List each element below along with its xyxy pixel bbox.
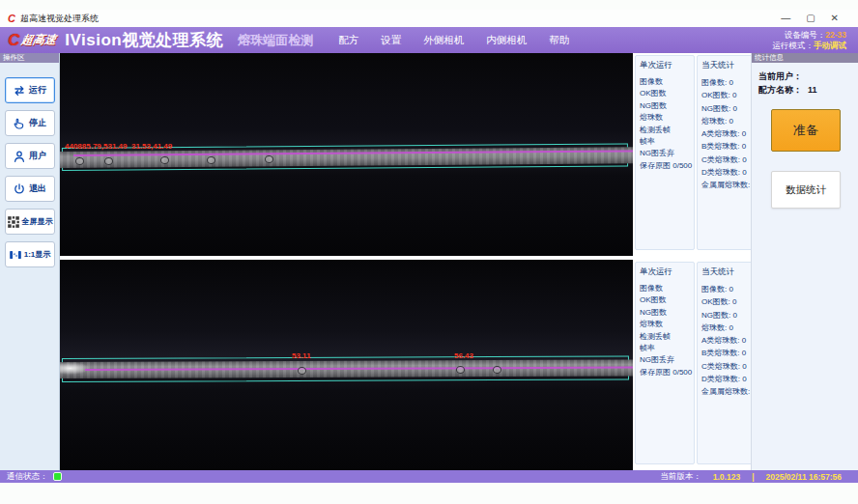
close-button[interactable]: ✕ [831, 10, 839, 27]
datetime-value: 2025/02/11 16:57:56 [766, 472, 842, 482]
stat-row: 图像数: 0 [701, 76, 757, 89]
stat-row: OK图数 [640, 294, 691, 306]
app-header: C 超高速 IVision视觉处理系统 熔珠端面检测 配方 设置 外侧相机 内侧… [0, 27, 858, 53]
stat-row: NG图丢弃 [640, 148, 691, 159]
statistics-column: 单次运行 图像数 OK图数 NG图数 熔珠数 检测丢帧 帧率 NG图丢弃 保存原… [633, 53, 751, 470]
run-button[interactable]: 运行 [5, 77, 55, 103]
window-title: 超高速视觉处理系统 [20, 13, 99, 25]
comm-status-indicator [53, 472, 62, 481]
today-stats-title: 当天统计 [701, 60, 757, 71]
stat-row: 图像数 [640, 76, 691, 88]
camera-viewport: 440885.79,531.49 31.53,41.49 53.11 56.43 [60, 53, 633, 470]
operation-sidebar: 操作区 运行 停止 用户 [0, 53, 60, 470]
version-value: 1.0.123 [713, 472, 740, 482]
stat-row: 检测丢帧 [640, 331, 691, 343]
menu-outer-camera[interactable]: 外侧相机 [423, 34, 464, 47]
single-run-title: 单次运行 [640, 266, 691, 278]
current-user-label: 当前用户： [758, 71, 802, 81]
brand-name: 超高速 [20, 32, 58, 48]
recipe-name-value: 11 [808, 85, 817, 95]
run-loop-icon [13, 84, 26, 98]
stop-button-label: 停止 [29, 117, 46, 129]
stat-row: OK图数: 0 [701, 89, 757, 101]
stat-row: 图像数: 0 [701, 283, 757, 295]
bead-marker [104, 157, 113, 165]
single-run-title: 单次运行 [640, 60, 691, 71]
bead-marker [456, 366, 465, 374]
run-mode-value: 手动调试 [814, 41, 846, 50]
one-to-one-button-label: 1:1显示 [24, 249, 51, 260]
exit-power-icon [13, 182, 26, 196]
camera-view-top: 440885.79,531.49 31.53,41.49 [60, 53, 633, 256]
maximize-button[interactable]: ▢ [806, 10, 815, 27]
one-to-one-icon [9, 248, 22, 262]
stop-button[interactable]: 停止 [5, 110, 55, 136]
prepare-button[interactable]: 准备 [771, 109, 841, 152]
user-button[interactable]: 用户 [5, 143, 55, 169]
stat-row: NG图数 [640, 100, 691, 112]
measurement-annotation: 53.11 [292, 351, 311, 360]
measurement-annotation: 440885.79,531.49 31.53,41.49 [65, 142, 172, 151]
run-mode-label: 运行模式： [773, 41, 815, 50]
one-to-one-button[interactable]: 1:1显示 [5, 241, 55, 267]
bead-marker [75, 157, 84, 165]
exit-button-label: 退出 [29, 182, 46, 195]
menu-help[interactable]: 帮助 [549, 34, 569, 47]
app-logo-icon: C [8, 14, 15, 24]
exit-button[interactable]: 退出 [5, 176, 55, 202]
stats-section-top: 单次运行 图像数 OK图数 NG图数 熔珠数 检测丢帧 帧率 NG图丢弃 保存原… [633, 53, 751, 256]
minimize-button[interactable]: — [781, 10, 790, 27]
main-menu: 配方 设置 外侧相机 内侧相机 帮助 [338, 34, 569, 47]
device-info: 设备编号：22-33 运行模式：手动调试 [773, 30, 847, 51]
stat-row: 金属屑熔珠数: 0 [701, 179, 757, 191]
today-stats-title: 当天统计 [701, 266, 757, 278]
stat-row: 图像数 [640, 283, 691, 294]
stat-row: 熔珠数: 0 [701, 115, 757, 127]
stat-row: B类熔珠数: 0 [701, 140, 757, 153]
stop-hand-icon [13, 117, 26, 130]
user-button-label: 用户 [29, 150, 46, 162]
camera-view-bottom: 53.11 56.43 [60, 260, 633, 470]
bead-marker [265, 155, 273, 163]
fullscreen-qr-icon [7, 215, 20, 229]
menu-recipe[interactable]: 配方 [338, 34, 358, 47]
stat-row: A类熔珠数: 0 [701, 334, 757, 347]
stat-row: NG图丢弃 [640, 354, 691, 366]
single-run-groupbox: 单次运行 图像数 OK图数 NG图数 熔珠数 检测丢帧 帧率 NG图丢弃 保存原… [635, 55, 695, 250]
data-statistics-button[interactable]: 数据统计 [771, 171, 841, 209]
comm-status-label: 通信状态： [7, 471, 48, 483]
current-user-row: 当前用户： [758, 70, 858, 83]
menu-inner-camera[interactable]: 内侧相机 [486, 34, 527, 47]
fullscreen-button[interactable]: 全屏显示 [5, 209, 55, 235]
measurement-annotation: 56.43 [454, 351, 473, 360]
stat-row: 保存原图 0/500 [640, 160, 691, 172]
info-panel: 统计信息 当前用户： 配方名称：11 准备 数据统计 [751, 53, 858, 470]
stats-section-bottom: 单次运行 图像数 OK图数 NG图数 熔珠数 检测丢帧 帧率 NG图丢弃 保存原… [633, 260, 751, 470]
single-run-groupbox: 单次运行 图像数 OK图数 NG图数 熔珠数 检测丢帧 帧率 NG图丢弃 保存原… [635, 262, 695, 464]
stat-row: 帧率 [640, 343, 691, 354]
stat-row: 帧率 [640, 136, 691, 148]
fullscreen-button-label: 全屏显示 [22, 216, 53, 227]
stat-row: 熔珠数: 0 [701, 322, 757, 334]
bead-marker [160, 156, 169, 164]
stat-row: NG图数: 0 [701, 309, 757, 322]
sidebar-title: 操作区 [0, 53, 59, 63]
bead-marker [298, 367, 306, 375]
user-icon [13, 150, 26, 163]
stat-row: D类熔珠数: 0 [701, 373, 757, 385]
device-number-value: 22-33 [825, 30, 846, 40]
recipe-name-row: 配方名称：11 [758, 83, 858, 97]
app-window: C 超高速视觉处理系统 — ▢ ✕ C 超高速 IVision视觉处理系统 熔珠… [0, 10, 858, 483]
bead-marker [207, 156, 215, 164]
stat-row: D类熔珠数: 0 [701, 166, 757, 179]
stat-row: 检测丢帧 [640, 125, 691, 136]
run-button-label: 运行 [29, 84, 46, 97]
app-subtitle: 熔珠端面检测 [238, 32, 313, 49]
version-label: 当前版本： [660, 471, 701, 483]
app-title: IVision视觉处理系统 [65, 29, 223, 51]
stat-row: B类熔珠数: 0 [701, 347, 757, 359]
status-separator: | [752, 472, 754, 482]
stat-row: NG图数 [640, 307, 691, 319]
stat-row: 熔珠数 [640, 112, 691, 124]
menu-settings[interactable]: 设置 [381, 34, 401, 47]
